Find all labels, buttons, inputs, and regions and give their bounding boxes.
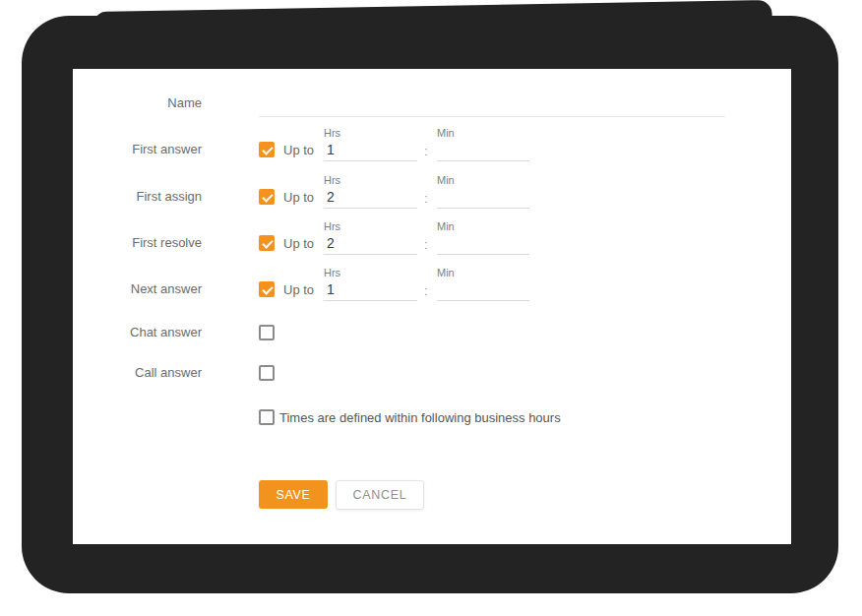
- minutes-input[interactable]: [437, 187, 529, 209]
- first-answer-checkbox[interactable]: [259, 142, 275, 157]
- name-field-label: Name: [73, 95, 202, 111]
- chat-answer-checkbox[interactable]: [259, 325, 275, 340]
- minutes-input[interactable]: [437, 233, 529, 255]
- business-hours-row: Times are defined within following busin…: [73, 409, 791, 427]
- hours-field-group: Hrs: [324, 127, 417, 161]
- hours-input[interactable]: [324, 233, 417, 255]
- save-button[interactable]: SAVE: [259, 480, 328, 509]
- up-to-label: Up to: [283, 282, 314, 297]
- hours-input[interactable]: [324, 187, 417, 209]
- colon-separator: :: [424, 144, 428, 158]
- minutes-field-group: Min: [437, 127, 529, 161]
- row-label: Next answer: [73, 281, 202, 297]
- sla-row-chat-answer: Chat answer: [73, 325, 791, 342]
- minutes-input[interactable]: [437, 140, 529, 161]
- sla-form-panel: Name First answer Up to Hrs : Min First …: [73, 69, 791, 544]
- up-to-label: Up to: [283, 190, 314, 205]
- cancel-button[interactable]: CANCEL: [336, 480, 424, 510]
- first-assign-checkbox[interactable]: [259, 189, 275, 205]
- hours-field-group: Hrs: [324, 220, 417, 255]
- colon-separator: :: [424, 283, 428, 298]
- check-icon: [262, 283, 273, 294]
- sla-row-first-assign: First assign Up to Hrs : Min: [73, 174, 791, 214]
- min-label: Min: [437, 127, 529, 140]
- check-icon: [262, 237, 273, 248]
- minutes-field-group: Min: [437, 174, 529, 209]
- call-answer-checkbox[interactable]: [259, 365, 275, 381]
- row-label: Call answer: [73, 365, 202, 381]
- hours-field-group: Hrs: [324, 174, 417, 209]
- check-icon: [262, 144, 273, 154]
- up-to-label: Up to: [283, 236, 314, 251]
- minutes-field-group: Min: [437, 220, 529, 255]
- minutes-field-group: Min: [437, 267, 529, 301]
- sla-row-next-answer: Next answer Up to Hrs : Min: [73, 267, 791, 306]
- min-label: Min: [437, 220, 529, 233]
- sla-row-first-answer: First answer Up to Hrs : Min: [73, 127, 791, 166]
- hours-field-group: Hrs: [324, 267, 417, 301]
- check-icon: [262, 191, 273, 202]
- hours-input[interactable]: [324, 140, 417, 161]
- hrs-label: Hrs: [324, 267, 417, 279]
- next-answer-checkbox[interactable]: [259, 281, 275, 297]
- business-hours-label: Times are defined within following busin…: [279, 410, 561, 425]
- minutes-input[interactable]: [437, 279, 529, 301]
- colon-separator: :: [424, 191, 428, 206]
- up-to-label: Up to: [283, 143, 314, 157]
- sla-row-call-answer: Call answer: [73, 365, 791, 383]
- row-label: Chat answer: [73, 325, 202, 340]
- hrs-label: Hrs: [324, 174, 417, 187]
- min-label: Min: [437, 174, 529, 187]
- hrs-label: Hrs: [324, 127, 417, 140]
- hrs-label: Hrs: [324, 220, 417, 233]
- name-input[interactable]: [259, 94, 725, 117]
- hours-input[interactable]: [324, 279, 417, 301]
- first-resolve-checkbox[interactable]: [259, 235, 275, 251]
- screenshot-stage: Name First answer Up to Hrs : Min First …: [0, 0, 862, 616]
- row-label: First answer: [73, 142, 202, 157]
- row-label: First assign: [73, 189, 202, 205]
- business-hours-checkbox[interactable]: [259, 409, 275, 425]
- sla-row-first-resolve: First resolve Up to Hrs : Min: [73, 220, 791, 260]
- min-label: Min: [437, 267, 529, 279]
- colon-separator: :: [424, 237, 428, 252]
- row-label: First resolve: [73, 235, 202, 251]
